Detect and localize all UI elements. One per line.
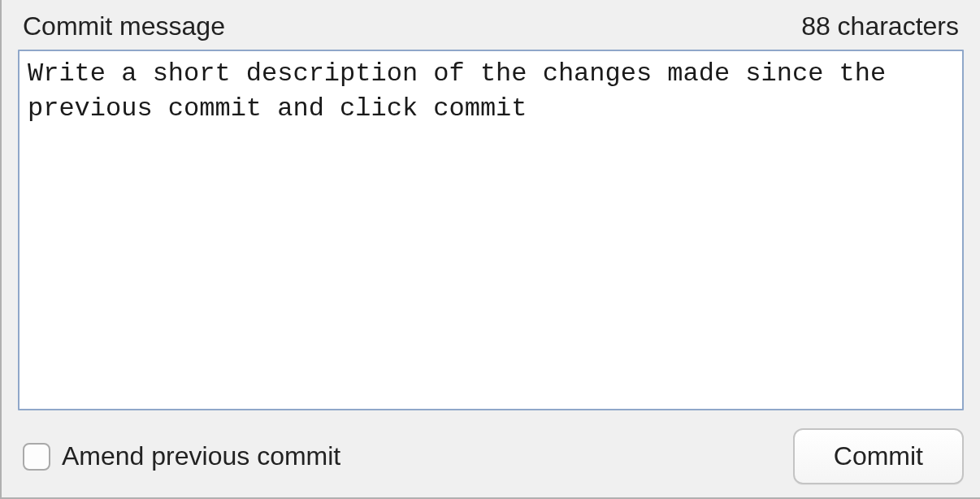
amend-checkbox-label: Amend previous commit — [62, 441, 340, 471]
amend-previous-commit-option[interactable]: Amend previous commit — [23, 441, 340, 471]
commit-button[interactable]: Commit — [793, 428, 964, 484]
amend-checkbox[interactable] — [23, 443, 50, 471]
commit-footer-row: Amend previous commit Commit — [18, 410, 964, 484]
commit-message-label: Commit message — [23, 11, 225, 41]
commit-message-input[interactable] — [18, 50, 964, 410]
character-count-label: 88 characters — [801, 11, 959, 41]
commit-header-row: Commit message 88 characters — [18, 8, 964, 50]
